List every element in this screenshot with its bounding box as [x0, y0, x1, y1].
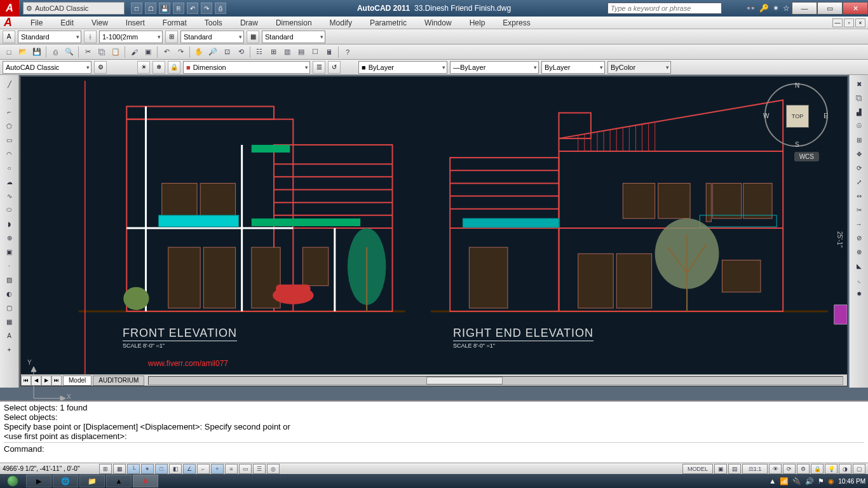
- menu-help[interactable]: Help: [461, 17, 494, 29]
- table-icon[interactable]: ▦: [3, 315, 17, 328]
- close-button[interactable]: ✕: [843, 2, 868, 15]
- menu-draw[interactable]: Draw: [231, 17, 267, 29]
- circle-icon[interactable]: ○: [3, 161, 17, 174]
- drawing-canvas[interactable]: FRONT ELEVATION SCALE 8'-0" =1" RIGHT EN…: [20, 76, 848, 386]
- linetype-dropdown[interactable]: — ByLayer: [450, 61, 539, 74]
- trim-icon[interactable]: ✂: [852, 203, 866, 216]
- pan-icon[interactable]: ✋: [193, 46, 205, 58]
- tab-next-icon[interactable]: ▶: [41, 376, 51, 386]
- match-icon[interactable]: 🖌: [128, 46, 140, 58]
- textstyle-dropdown[interactable]: Standard: [18, 30, 81, 43]
- dimscale-dropdown[interactable]: 1-100(2mm: [99, 30, 163, 43]
- taskbar-explorer[interactable]: 📁: [79, 475, 105, 487]
- menu-format[interactable]: Format: [154, 17, 196, 29]
- new-icon[interactable]: □: [3, 46, 15, 58]
- start-button[interactable]: [0, 474, 25, 488]
- explode-icon[interactable]: ✸: [852, 287, 866, 300]
- menu-parametric[interactable]: Parametric: [361, 17, 416, 29]
- layer-manager-icon[interactable]: ☰: [313, 61, 325, 74]
- mdi-restore[interactable]: ▫: [844, 18, 854, 27]
- help-search-input[interactable]: [607, 3, 722, 14]
- sheetset-icon[interactable]: ▤: [295, 46, 308, 58]
- copy2-icon[interactable]: ⿻: [852, 92, 866, 104]
- layer-dropdown[interactable]: ■ Dimension: [183, 61, 310, 74]
- zoomwin-icon[interactable]: ⊡: [220, 46, 233, 58]
- block-icon[interactable]: ▣: [142, 46, 154, 58]
- undo-icon[interactable]: ↶: [160, 46, 173, 58]
- otrack-toggle[interactable]: ∠: [183, 464, 196, 474]
- tray-power-icon[interactable]: 🔌: [792, 477, 801, 485]
- key-icon[interactable]: 🔑: [759, 4, 769, 13]
- polar-toggle[interactable]: ✶: [141, 464, 154, 474]
- cut-icon[interactable]: ✂: [81, 46, 94, 58]
- join-icon[interactable]: ⊕: [852, 245, 866, 258]
- viewcube-w[interactable]: W: [763, 112, 769, 119]
- addsel-icon[interactable]: +: [3, 343, 17, 356]
- menu-express[interactable]: Express: [494, 17, 539, 29]
- clock[interactable]: 10:46 PM: [838, 478, 865, 485]
- quickview-layouts-icon[interactable]: ▣: [714, 464, 727, 474]
- ellipsearc-icon[interactable]: ◗: [3, 217, 17, 230]
- calc-icon[interactable]: 🖩: [323, 46, 336, 58]
- workspace-selector[interactable]: ⚙ AutoCAD Classic: [23, 2, 125, 15]
- favorite-icon[interactable]: ☆: [783, 4, 790, 13]
- hardware-accel-icon[interactable]: 💡: [825, 464, 837, 474]
- hscrollbar[interactable]: [148, 376, 843, 385]
- offset-icon[interactable]: ⦾: [852, 119, 866, 132]
- dimstyle-icon[interactable]: ⟊: [84, 30, 97, 43]
- saveas-button[interactable]: ⎘: [173, 3, 184, 14]
- menu-view[interactable]: View: [83, 17, 117, 29]
- workspace-switch-icon[interactable]: ⚙: [797, 464, 810, 474]
- break-icon[interactable]: ⊘: [852, 231, 866, 244]
- gradient-icon[interactable]: ◐: [3, 287, 17, 300]
- markup-icon[interactable]: ☐: [309, 46, 322, 58]
- pline-icon[interactable]: ⌐: [3, 105, 17, 118]
- viewcube-e[interactable]: E: [824, 112, 828, 119]
- coordinates-display[interactable]: 4966'-9 1/2", -41'-11" , 0'-0": [3, 465, 98, 472]
- tray-volume-icon[interactable]: 🔊: [805, 477, 814, 485]
- mtext-icon[interactable]: A: [3, 329, 17, 342]
- toolbar-lock-icon[interactable]: 🔒: [811, 464, 824, 474]
- menu-window[interactable]: Window: [416, 17, 461, 29]
- taskbar-chrome[interactable]: 🌐: [53, 475, 78, 487]
- fillet-icon[interactable]: ◟: [852, 273, 866, 286]
- osnap-toggle[interactable]: □: [155, 464, 168, 474]
- annovisibility-icon[interactable]: 👁: [769, 464, 782, 474]
- help2-icon[interactable]: ?: [341, 46, 354, 58]
- menu-modify[interactable]: Modify: [321, 17, 361, 29]
- tablestyle-dropdown[interactable]: Standard: [262, 30, 325, 43]
- zoomprev-icon[interactable]: ⟲: [234, 46, 247, 58]
- tab-model[interactable]: Model: [63, 376, 92, 386]
- layer-state-icon[interactable]: ☀: [137, 61, 150, 74]
- sc-toggle[interactable]: ◎: [267, 464, 280, 474]
- mdi-close[interactable]: ×: [855, 18, 865, 27]
- mirror-icon[interactable]: ▟: [852, 105, 866, 118]
- point-icon[interactable]: ·: [3, 259, 17, 272]
- layer-iso-icon[interactable]: ❄: [153, 61, 165, 74]
- tpy-toggle[interactable]: ▭: [239, 464, 252, 474]
- dimstyle2-icon[interactable]: ⊞: [165, 30, 178, 43]
- rectangle-icon[interactable]: ▭: [3, 133, 17, 146]
- tab-prev-icon[interactable]: ◀: [31, 376, 41, 386]
- menu-insert[interactable]: Insert: [117, 17, 154, 29]
- viewcube-n[interactable]: N: [795, 82, 799, 89]
- lwt-toggle[interactable]: ≡: [225, 464, 238, 474]
- revcloud-icon[interactable]: ☁: [3, 175, 17, 188]
- ducs-toggle[interactable]: ⌐: [197, 464, 210, 474]
- app-menu-icon[interactable]: A: [4, 16, 22, 29]
- new-button[interactable]: □: [131, 3, 142, 14]
- undo-button[interactable]: ↶: [187, 3, 198, 14]
- rotate-icon[interactable]: ⟳: [852, 161, 866, 174]
- spline-icon[interactable]: ∿: [3, 189, 17, 202]
- toolpalette-icon[interactable]: ▥: [281, 46, 294, 58]
- taskbar-mediaplayer[interactable]: ▶: [26, 475, 51, 487]
- isolate-icon[interactable]: ◑: [839, 464, 851, 474]
- menu-tools[interactable]: Tools: [196, 17, 231, 29]
- chamfer-icon[interactable]: ◣: [852, 259, 866, 272]
- binoculars-icon[interactable]: 👓: [746, 4, 756, 13]
- array-icon[interactable]: ⊞: [852, 133, 866, 146]
- preview-icon[interactable]: 🔍: [63, 46, 76, 58]
- cmd-prompt[interactable]: Command:: [4, 442, 864, 454]
- redo-icon[interactable]: ↷: [174, 46, 187, 58]
- plotstyle-dropdown[interactable]: ByColor: [607, 61, 671, 74]
